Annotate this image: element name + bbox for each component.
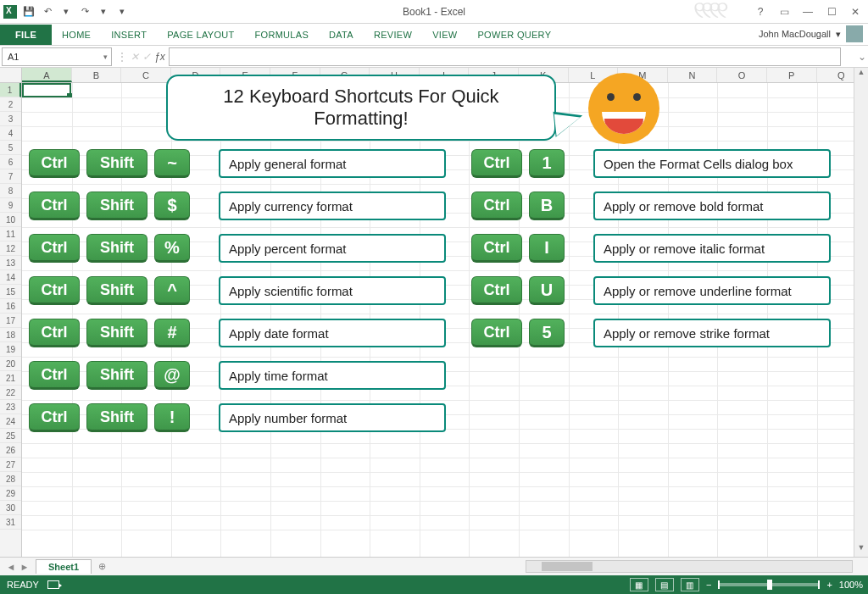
ribbon-options-button[interactable]: ▭ bbox=[775, 4, 793, 19]
window-title: Book1 - Excel bbox=[403, 6, 465, 18]
macro-record-icon[interactable] bbox=[47, 580, 59, 589]
row-header-14[interactable]: 14 bbox=[0, 270, 21, 285]
undo-button[interactable]: ↶ bbox=[41, 5, 54, 19]
row-header-5[interactable]: 5 bbox=[0, 141, 21, 155]
shortcut-row: CtrlShift$Apply currency format bbox=[29, 192, 446, 220]
tab-home[interactable]: HOME bbox=[52, 25, 101, 45]
shortcut-row: CtrlUApply or remove underline format bbox=[471, 276, 831, 305]
user-name: John MacDougall bbox=[759, 29, 831, 39]
sheet-nav[interactable]: ◄► bbox=[0, 562, 36, 572]
formula-input[interactable] bbox=[169, 47, 841, 66]
worksheet-grid[interactable]: ABCDEFGHIJKLMNOPQ 1234567891011121314151… bbox=[0, 68, 868, 557]
row-header-10[interactable]: 10 bbox=[0, 213, 21, 227]
redo-button[interactable]: ↷ bbox=[78, 5, 92, 19]
row-header-28[interactable]: 28 bbox=[0, 472, 21, 486]
row-header-7[interactable]: 7 bbox=[0, 169, 21, 184]
row-header-6[interactable]: 6 bbox=[0, 155, 21, 169]
column-header-c[interactable]: C bbox=[121, 68, 171, 82]
row-header-18[interactable]: 18 bbox=[0, 328, 21, 342]
ribbon-tabs: FILE HOME INSERT PAGE LAYOUT FORMULAS DA… bbox=[0, 24, 868, 46]
key-ctrl: Ctrl bbox=[29, 276, 80, 305]
column-header-n[interactable]: N bbox=[668, 68, 718, 82]
row-header-1[interactable]: 1 bbox=[0, 83, 21, 97]
save-button[interactable]: 💾 bbox=[22, 5, 36, 19]
tab-file[interactable]: FILE bbox=[0, 25, 52, 45]
minimize-button[interactable]: — bbox=[798, 4, 817, 19]
row-header-29[interactable]: 29 bbox=[0, 486, 21, 501]
key-ctrl: Ctrl bbox=[471, 192, 522, 220]
column-header-a[interactable]: A bbox=[22, 68, 72, 82]
zoom-slider[interactable] bbox=[718, 583, 820, 586]
row-header-16[interactable]: 16 bbox=[0, 299, 21, 314]
zoom-in-button[interactable]: + bbox=[826, 580, 832, 590]
column-header-b[interactable]: B bbox=[72, 68, 122, 82]
tab-insert[interactable]: INSERT bbox=[101, 25, 157, 45]
formula-dropdown-icon[interactable]: ⋮ bbox=[117, 51, 127, 63]
row-header-24[interactable]: 24 bbox=[0, 414, 21, 429]
cancel-formula-button[interactable]: ✕ bbox=[131, 51, 139, 63]
speech-tail bbox=[554, 108, 585, 136]
row-header-20[interactable]: 20 bbox=[0, 357, 21, 371]
key-@: @ bbox=[154, 361, 190, 390]
user-account[interactable]: John MacDougall ▾ bbox=[759, 25, 863, 42]
fx-button[interactable]: ƒx bbox=[154, 51, 165, 63]
row-header-11[interactable]: 11 bbox=[0, 227, 21, 241]
row-header-30[interactable]: 30 bbox=[0, 501, 21, 515]
column-header-o[interactable]: O bbox=[717, 68, 767, 82]
help-button[interactable]: ? bbox=[751, 4, 770, 19]
key-ctrl: Ctrl bbox=[29, 192, 80, 220]
row-header-17[interactable]: 17 bbox=[0, 314, 21, 328]
name-box[interactable]: A1 bbox=[2, 47, 112, 66]
row-header-13[interactable]: 13 bbox=[0, 256, 21, 270]
maximize-button[interactable]: ☐ bbox=[822, 4, 841, 19]
view-normal-button[interactable]: ▦ bbox=[630, 578, 648, 591]
qat-customize-dropdown[interactable]: ▾ bbox=[115, 5, 129, 19]
row-header-22[interactable]: 22 bbox=[0, 386, 21, 400]
row-header-31[interactable]: 31 bbox=[0, 515, 21, 530]
zoom-out-button[interactable]: − bbox=[706, 580, 711, 590]
shortcut-description: Apply percent format bbox=[219, 234, 446, 263]
row-header-15[interactable]: 15 bbox=[0, 285, 21, 299]
scroll-up-icon[interactable]: ▲ bbox=[854, 68, 868, 81]
formula-bar-expand[interactable]: ⌄ bbox=[856, 51, 868, 63]
tab-data[interactable]: DATA bbox=[319, 25, 364, 45]
undo-dropdown[interactable]: ▾ bbox=[59, 5, 73, 19]
status-bar: READY ▦ ▤ ▥ − + 100% bbox=[0, 575, 868, 594]
sheet-tab-sheet1[interactable]: Sheet1 bbox=[36, 559, 92, 574]
row-header-25[interactable]: 25 bbox=[0, 429, 21, 443]
row-header-23[interactable]: 23 bbox=[0, 400, 21, 414]
shortcut-row: Ctrl1Open the Format Cells dialog box bbox=[471, 149, 831, 178]
key-$: $ bbox=[154, 192, 190, 220]
shortcut-description: Apply or remove underline format bbox=[593, 276, 831, 305]
column-header-p[interactable]: P bbox=[767, 68, 817, 82]
row-header-19[interactable]: 19 bbox=[0, 342, 21, 357]
tab-view[interactable]: VIEW bbox=[422, 25, 467, 45]
new-sheet-button[interactable]: ⊕ bbox=[98, 561, 106, 572]
row-header-2[interactable]: 2 bbox=[0, 97, 21, 112]
view-page-break-button[interactable]: ▥ bbox=[681, 578, 699, 591]
avatar bbox=[846, 25, 863, 42]
row-header-12[interactable]: 12 bbox=[0, 241, 21, 256]
tab-power-query[interactable]: POWER QUERY bbox=[467, 25, 561, 45]
tab-page-layout[interactable]: PAGE LAYOUT bbox=[157, 25, 244, 45]
row-header-8[interactable]: 8 bbox=[0, 184, 21, 198]
redo-dropdown[interactable]: ▾ bbox=[97, 5, 110, 19]
shortcut-description: Open the Format Cells dialog box bbox=[593, 149, 831, 178]
enter-formula-button[interactable]: ✓ bbox=[142, 51, 151, 63]
row-header-26[interactable]: 26 bbox=[0, 443, 21, 458]
tab-formulas[interactable]: FORMULAS bbox=[245, 25, 320, 45]
horizontal-scrollbar[interactable] bbox=[526, 560, 853, 573]
zoom-level[interactable]: 100% bbox=[839, 580, 863, 590]
window-controls: ? ▭ — ☐ ✕ bbox=[751, 4, 865, 19]
row-header-4[interactable]: 4 bbox=[0, 126, 21, 141]
row-header-9[interactable]: 9 bbox=[0, 198, 21, 213]
row-header-27[interactable]: 27 bbox=[0, 458, 21, 472]
select-all-triangle[interactable] bbox=[0, 68, 22, 82]
shortcut-description: Apply time format bbox=[219, 361, 446, 390]
row-header-3[interactable]: 3 bbox=[0, 112, 21, 126]
close-button[interactable]: ✕ bbox=[846, 4, 865, 19]
row-header-21[interactable]: 21 bbox=[0, 371, 21, 386]
view-page-layout-button[interactable]: ▤ bbox=[655, 578, 674, 591]
shortcut-row: CtrlShift%Apply percent format bbox=[29, 234, 446, 263]
tab-review[interactable]: REVIEW bbox=[364, 25, 422, 45]
